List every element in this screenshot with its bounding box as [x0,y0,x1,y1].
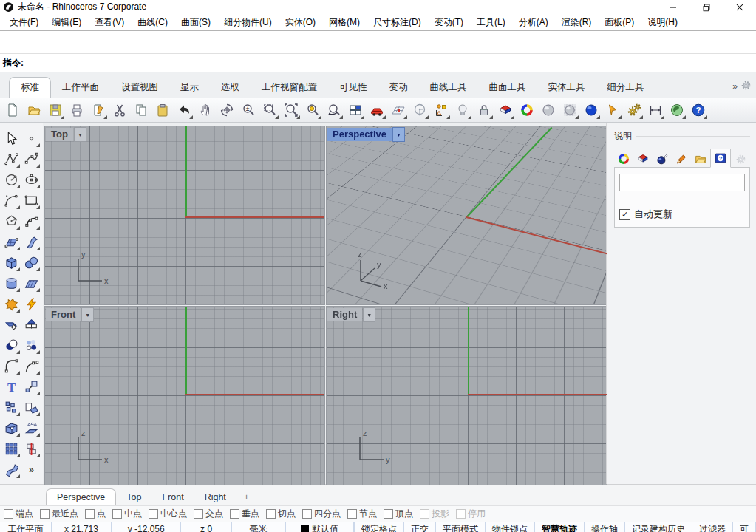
lightning-icon[interactable] [21,293,41,314]
fillet-orange-icon[interactable] [1,293,21,314]
copy-obj-icon[interactable] [21,397,41,417]
trim-icon[interactable] [1,314,21,335]
solid-box-icon[interactable] [1,417,21,438]
panel-tab-color-wheel[interactable] [614,150,633,168]
open-file-icon[interactable] [23,100,44,120]
status-默认值[interactable]: 默认值 [286,522,354,532]
chevron-down-icon[interactable]: ▼ [81,307,94,322]
osnap-中心点[interactable]: 中心点 [149,508,187,520]
osnap-端点[interactable]: 端点 [4,508,33,520]
split-icon[interactable] [21,314,41,335]
osnap-顶点[interactable]: 顶点 [384,508,413,520]
osnap-节点[interactable]: 节点 [347,508,377,520]
cylinder-icon[interactable] [1,273,21,293]
cut-icon[interactable] [109,100,130,120]
menu-item[interactable]: 文件(F) [3,15,45,30]
scale-icon[interactable] [21,376,41,397]
ribbon-tab[interactable]: 可见性 [328,78,378,98]
ribbon-tab[interactable]: 显示 [169,78,210,98]
viewport-top[interactable]: Top ▼ y x [44,126,325,305]
box-icon[interactable] [1,252,21,273]
crv-fillet-icon[interactable] [1,355,21,376]
osnap-交点[interactable]: 交点 [194,508,223,520]
twist-icon[interactable] [1,459,21,480]
osnap-投影[interactable]: 投影 [420,508,449,520]
osnap-切点[interactable]: 切点 [266,508,296,520]
gears-icon[interactable] [623,100,644,120]
status-锁定格点[interactable]: 锁定格点 [355,522,404,532]
add-viewport-tab-button[interactable]: + [236,488,257,505]
ellipse-icon[interactable] [21,169,41,190]
status-z 0[interactable]: z 0 [181,522,231,532]
auto-update-checkbox[interactable]: ✓ [619,209,630,220]
viewport-perspective-title[interactable]: Perspective ▼ [327,127,405,142]
ribbon-tab[interactable]: 曲线工具 [419,78,478,98]
osnap-checkbox[interactable] [266,509,276,519]
osnap-checkbox[interactable] [347,509,357,519]
osnap-checkbox[interactable] [85,509,95,519]
restore-button[interactable] [689,0,723,14]
circle-icon[interactable] [1,169,21,190]
globe-icon[interactable] [666,100,687,120]
panel-tab-layer[interactable] [633,150,653,168]
status-记录建构历史[interactable]: 记录建构历史 [625,522,692,532]
zoom-window-icon[interactable] [259,100,280,120]
rotate-view-icon[interactable] [216,100,237,120]
panel-tab-panel-help[interactable]: ? [710,149,731,168]
menu-item[interactable]: 工具(L) [470,15,512,30]
gear-icon[interactable] [740,80,752,93]
panel-tab-pen[interactable] [672,150,691,168]
ribbon-tab[interactable]: 细分工具 [596,78,655,98]
status-毫米[interactable]: 毫米 [232,522,286,532]
chevron-down-icon[interactable]: ▼ [363,307,375,322]
osnap-停用[interactable]: 停用 [456,508,486,520]
menu-item[interactable]: 面板(P) [598,15,641,30]
menu-item[interactable]: 编辑(E) [45,15,88,30]
menu-item[interactable]: 网格(M) [322,15,367,30]
menu-item[interactable]: 曲面(S) [174,15,217,30]
print-icon[interactable] [66,100,87,120]
ribbon-tab[interactable]: 标准 [9,77,51,98]
ribbon-tab[interactable]: 选取 [210,78,251,98]
spheres-icon[interactable] [21,252,41,273]
chevron-down-icon[interactable]: ▼ [74,127,86,142]
menu-item[interactable]: 细分物件(U) [217,15,279,30]
srf-curved-icon[interactable] [21,231,41,252]
handle-curve-icon[interactable] [21,211,41,231]
sphere-grid-icon[interactable] [559,100,580,120]
copy-icon[interactable] [130,100,151,120]
ribbon-tab[interactable]: 工作平面 [51,78,110,98]
osnap-点[interactable]: 点 [85,508,106,520]
zoom-selected-icon[interactable] [302,100,323,120]
osnap-垂点[interactable]: 垂点 [230,508,259,520]
bool-union-icon[interactable] [1,335,21,355]
ctrl-curve-icon[interactable] [21,149,41,169]
status-x 21.713[interactable]: x 21.713 [52,522,112,532]
osnap-checkbox[interactable] [4,509,13,519]
osnap-中点[interactable]: 中点 [112,508,142,520]
srf-plane-icon[interactable] [1,231,21,252]
viewport-tab-front[interactable]: Front [151,489,194,505]
viewport-tab-perspective[interactable]: Perspective [46,488,116,505]
named-view-icon[interactable] [366,100,387,120]
status-工作平面[interactable]: 工作平面 [0,522,52,532]
viewport-front-title[interactable]: Front ▼ [46,307,94,322]
menu-item[interactable]: 查看(V) [88,15,131,30]
more-icon[interactable]: » [21,459,41,480]
viewport-front[interactable]: Front ▼ z x [44,306,325,485]
lock-icon[interactable] [473,100,494,120]
array-icon[interactable] [1,397,21,417]
cplane-icon[interactable] [387,100,409,120]
status-物件锁点[interactable]: 物件锁点 [486,522,535,532]
text-icon[interactable]: T [1,376,21,397]
shaded-sphere-icon[interactable] [537,100,559,120]
status-操作轴[interactable]: 操作轴 [585,522,625,532]
command-input[interactable] [27,57,756,69]
osnap-checkbox[interactable] [40,509,50,519]
panel-gear-icon[interactable] [731,150,750,168]
menu-item[interactable]: 实体(O) [279,15,322,30]
arc-icon[interactable] [1,190,21,211]
rect-icon[interactable] [21,190,41,211]
status-正交[interactable]: 正交 [404,522,436,532]
help-search-input[interactable] [619,174,745,191]
